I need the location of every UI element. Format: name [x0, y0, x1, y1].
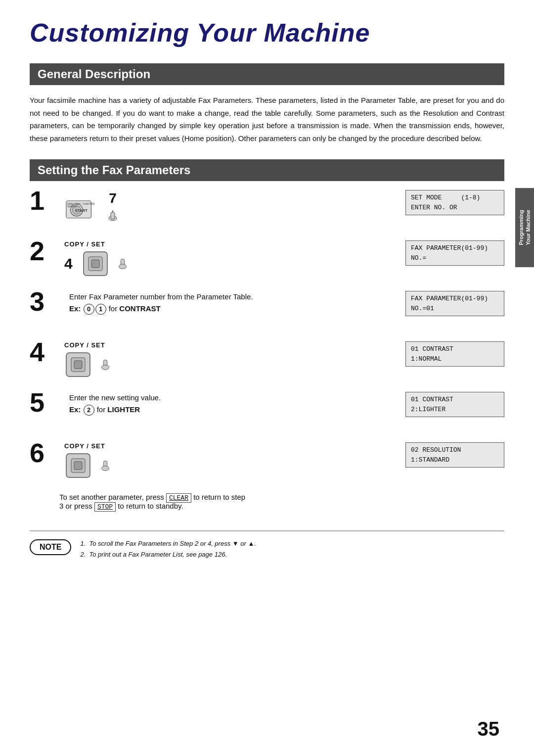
- finger-press-icon: [105, 208, 121, 224]
- step-3-row: 3 Enter Fax Parameter number from the Pa…: [30, 291, 504, 331]
- step-2-copy-label: COPY / SET: [64, 240, 105, 248]
- fax-params-section: Setting the Fax Parameters 1 START: [30, 159, 504, 511]
- step-3-circle-1: 1: [95, 304, 106, 315]
- step-3-display: FAX PARAMETER(01-99)NO.=01: [405, 291, 504, 318]
- step-4-row: 4 COPY / SET: [30, 341, 504, 381]
- step-3-desc-text: Enter Fax Parameter number from the Para…: [69, 292, 253, 301]
- copy-set-button-icon: [82, 250, 109, 278]
- step-5-number: 5: [30, 389, 59, 416]
- step-6-display: 02 RESOLUTION1:STANDARD: [405, 442, 504, 470]
- step-5-display: 01 CONTRAST2:LIGHTER: [405, 392, 504, 419]
- side-tab-text: Programming Your Machine: [518, 210, 532, 245]
- note-line-2: 2. To print out a Fax Parameter List, se…: [80, 549, 256, 560]
- step-4-display: 01 CONTRAST1:NORMAL: [405, 341, 504, 369]
- svg-rect-22: [74, 462, 82, 470]
- step-4-number: 4: [30, 338, 59, 365]
- copy-set-button-icon-6: [64, 452, 92, 479]
- step-2-row: 2 COPY / SET 4: [30, 240, 504, 280]
- svg-text:DIRECTORY: DIRECTORY: [67, 203, 81, 205]
- page-wrapper: Programming Your Machine Customizing You…: [0, 0, 534, 756]
- steps-list: 1 START DIRECTORY SEAR: [30, 190, 504, 482]
- footer-note: NOTE 1. To scroll the Fax Parameters in …: [30, 530, 504, 560]
- svg-point-24: [102, 466, 109, 471]
- step-3-contrast-label: CONTRAST: [119, 304, 160, 313]
- step-1-visual: START DIRECTORY SEARCH FUNCTION 7: [64, 190, 193, 225]
- step-4-dial-container: [64, 351, 113, 378]
- step-6-lcd: 02 RESOLUTION1:STANDARD: [405, 442, 504, 468]
- step-5-lcd: 01 CONTRAST2:LIGHTER: [405, 392, 504, 417]
- step-6-number: 6: [30, 439, 59, 466]
- step-5-desc: Enter the new setting value. Ex: 2 for L…: [64, 392, 405, 416]
- step-3-lcd: FAX PARAMETER(01-99)NO.=01: [405, 291, 504, 316]
- svg-point-14: [119, 264, 126, 269]
- finger-icon-6: [98, 458, 113, 473]
- general-description-header: General Description: [30, 63, 504, 85]
- general-description-body: Your facsimile machine has a variety of …: [30, 94, 504, 144]
- step-1-number: 1: [30, 187, 59, 214]
- copy-set-button-icon-4: [64, 351, 92, 378]
- step-1-display: SET MODE (1-8)ENTER NO. OR: [405, 190, 504, 217]
- step-2-number: 2: [30, 237, 59, 264]
- step-1-lcd: SET MODE (1-8)ENTER NO. OR: [405, 190, 504, 215]
- svg-rect-17: [74, 361, 82, 369]
- step-4-visual: COPY / SET: [64, 341, 193, 378]
- return-text: To set another parameter, press CLEAR to…: [59, 493, 504, 511]
- step-1-number-7: 7: [109, 190, 117, 206]
- note-badge: NOTE: [30, 539, 71, 555]
- svg-text:SEARCH: SEARCH: [67, 205, 77, 208]
- step-2-display: FAX PARAMETER(01-99)NO.=: [405, 240, 504, 268]
- page-title: Customizing Your Machine: [30, 18, 504, 49]
- step-6-dial-container: [64, 452, 113, 479]
- step-3-desc: Enter Fax Parameter number from the Para…: [64, 291, 405, 315]
- svg-text:FUNCTION: FUNCTION: [83, 203, 94, 205]
- clear-key: CLEAR: [166, 493, 191, 503]
- step-5-lighter-label: LIGHTER: [107, 405, 140, 414]
- step-5-circle-2: 2: [84, 405, 94, 416]
- step-1-dial-container: START DIRECTORY SEARCH FUNCTION 7: [64, 190, 121, 225]
- svg-point-19: [102, 365, 109, 370]
- step-3-number: 3: [30, 288, 59, 315]
- step-6-copy-label: COPY / SET: [64, 442, 105, 450]
- stop-key: STOP: [94, 502, 116, 512]
- step-3-ex-label: Ex: 01 for CONTRAST: [69, 304, 161, 313]
- step-6-row: 6 COPY / SET: [30, 442, 504, 482]
- svg-rect-8: [111, 212, 115, 219]
- step-5-ex-label: Ex: 2 for LIGHTER: [69, 405, 140, 414]
- general-description-section: General Description Your facsimile machi…: [30, 63, 504, 144]
- machine-dial-icon: START DIRECTORY SEARCH FUNCTION: [64, 190, 99, 225]
- step-4-lcd: 01 CONTRAST1:NORMAL: [405, 341, 504, 367]
- step-2-number-4: 4: [64, 255, 73, 272]
- side-tab: Programming Your Machine: [515, 188, 534, 267]
- step-5-desc-text: Enter the new setting value.: [69, 393, 161, 402]
- fax-params-header: Setting the Fax Parameters: [30, 159, 504, 181]
- step-2-lcd: FAX PARAMETER(01-99)NO.=: [405, 240, 504, 266]
- step-5-row: 5 Enter the new setting value. Ex: 2 for…: [30, 392, 504, 431]
- note-line-1: 1. To scroll the Fax Parameters in Step …: [80, 538, 256, 549]
- step-6-visual: COPY / SET: [64, 442, 193, 479]
- finger-icon-2: [115, 256, 130, 271]
- page-number: 35: [478, 718, 500, 740]
- svg-text:START: START: [75, 208, 88, 213]
- step-2-dial-container: 4: [64, 250, 130, 278]
- finger-icon-4: [98, 357, 113, 372]
- step-2-visual: COPY / SET 4: [64, 240, 193, 278]
- step-4-copy-label: COPY / SET: [64, 341, 105, 349]
- svg-rect-12: [91, 260, 99, 268]
- note-text-block: 1. To scroll the Fax Parameters in Step …: [80, 538, 256, 560]
- step-1-row: 1 START DIRECTORY SEAR: [30, 190, 504, 230]
- step-3-circle-0: 0: [84, 304, 94, 315]
